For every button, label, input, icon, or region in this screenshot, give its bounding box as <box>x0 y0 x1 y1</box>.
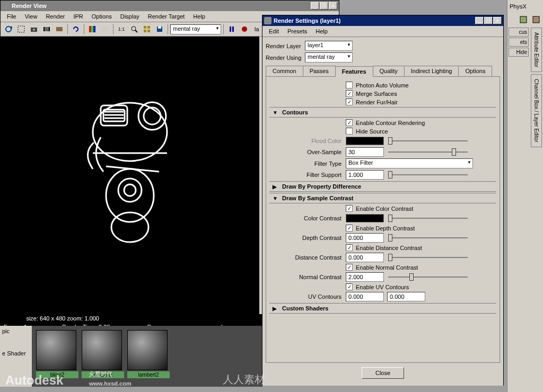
tab-features[interactable]: Features <box>335 66 373 77</box>
tab-quality[interactable]: Quality <box>373 66 405 76</box>
enable-contour-rendering-label: Enable Contour Rendering <box>356 120 425 126</box>
color-contrast-slider[interactable] <box>388 213 468 223</box>
flood-color-swatch[interactable] <box>346 137 384 145</box>
render-using-label: Render Using <box>266 55 305 61</box>
render-using-select[interactable]: mental ray <box>305 52 353 63</box>
enable-normal-contrast-checkbox[interactable]: ✓ <box>346 264 353 271</box>
enable-color-contrast-checkbox[interactable]: ✓ <box>346 205 353 212</box>
menu-render[interactable]: Render <box>41 12 69 21</box>
contours-section-header[interactable]: ▼Contours <box>269 107 496 118</box>
scale-11-icon[interactable]: 1:1 <box>116 23 127 35</box>
hide-btn[interactable]: Hide <box>509 48 529 57</box>
enable-distance-contrast-checkbox[interactable]: ✓ <box>346 244 353 251</box>
enable-distance-contrast-label: Enable Distance Contrast <box>356 245 422 251</box>
snapshot-icon[interactable] <box>28 23 40 35</box>
depth-contrast-label: Depth Contrast <box>273 235 346 241</box>
menu-ipr[interactable]: IPR <box>69 12 87 21</box>
menu-view[interactable]: View <box>21 12 42 21</box>
tab-indirect-lighting[interactable]: Indirect Lighting <box>404 66 459 76</box>
close-button[interactable]: × <box>493 17 502 24</box>
alpha-icon[interactable] <box>99 23 111 35</box>
filter-support-label: Filter Support <box>273 172 346 178</box>
pause-icon[interactable] <box>226 23 238 35</box>
uv-contours-input-1[interactable] <box>346 292 384 301</box>
save-icon[interactable] <box>154 23 165 35</box>
redo-render-icon[interactable] <box>3 23 14 35</box>
sphere-icon <box>82 330 122 370</box>
render-canvas[interactable] <box>1 37 259 314</box>
sample-contrast-section-header[interactable]: ▼Draw By Sample Contrast <box>269 193 496 203</box>
render-fur-hair-checkbox[interactable]: ✓ <box>346 99 353 105</box>
zoom-icon[interactable] <box>128 23 140 35</box>
hide-source-checkbox[interactable] <box>346 128 353 135</box>
over-sample-input[interactable] <box>346 147 384 157</box>
stop-icon[interactable] <box>239 23 250 35</box>
menu-presets[interactable]: Presets <box>283 27 311 35</box>
maximize-button[interactable]: □ <box>484 17 493 24</box>
color-contrast-swatch[interactable] <box>346 214 384 222</box>
minimize-button[interactable]: _ <box>311 2 319 10</box>
render-settings-window: Render Settings (layer1) _ □ × Edit Pres… <box>262 15 504 386</box>
features-panel: Photon Auto Volume ✓Merge Surfaces ✓Rend… <box>266 77 500 363</box>
svg-rect-18 <box>144 30 146 32</box>
render-layer-select[interactable]: layer1 <box>305 41 353 51</box>
sample-contrast-label: Draw By Sample Contrast <box>282 195 353 201</box>
cus-btn[interactable]: cus <box>509 28 529 37</box>
channel-box-tab[interactable]: Channel Box / Layer Editor <box>531 74 542 147</box>
material-lambert2[interactable]: lambert2 <box>127 330 170 382</box>
menu-help[interactable]: Help <box>311 27 332 35</box>
grid-icon[interactable] <box>141 23 153 35</box>
normal-contrast-label: Normal Contrast <box>273 274 346 280</box>
photon-auto-volume-checkbox[interactable] <box>346 82 353 88</box>
menu-file[interactable]: File <box>3 12 21 21</box>
render-view-titlebar[interactable]: Render View _ □ × <box>1 1 339 11</box>
enable-depth-contrast-checkbox[interactable]: ✓ <box>346 225 353 231</box>
custom-shaders-section-header[interactable]: ▶Custom Shaders <box>269 303 496 314</box>
tab-common[interactable]: Common <box>266 66 303 76</box>
filter-type-select[interactable]: Box Filter <box>346 158 473 168</box>
normal-contrast-slider[interactable] <box>388 272 468 282</box>
render-settings-titlebar[interactable]: Render Settings (layer1) _ □ × <box>262 15 503 26</box>
dock-icon-2[interactable] <box>530 14 542 25</box>
svg-rect-19 <box>147 30 150 32</box>
close-button[interactable]: × <box>329 2 337 10</box>
uv-contours-input-2[interactable] <box>387 292 425 301</box>
uv-contours-label: UV Contours <box>273 293 346 300</box>
render-settings-title: Render Settings (layer1) <box>274 17 475 24</box>
maximize-button[interactable]: □ <box>320 2 328 10</box>
tab-passes[interactable]: Passes <box>303 66 336 76</box>
menu-display[interactable]: Display <box>116 12 144 21</box>
enable-contour-rendering-checkbox[interactable]: ✓ <box>346 119 353 126</box>
minimize-button[interactable]: _ <box>475 17 484 24</box>
renderer-select[interactable]: mental ray <box>170 24 221 34</box>
menu-help[interactable]: Help <box>189 12 209 21</box>
filter-type-label: Filter Type <box>273 161 346 167</box>
menu-render-target[interactable]: Render Target <box>144 12 189 21</box>
ets-btn[interactable]: ets <box>509 38 529 47</box>
filter-support-slider[interactable] <box>388 170 468 180</box>
distance-contrast-input[interactable] <box>346 253 384 262</box>
filter-support-input[interactable] <box>346 170 384 180</box>
rgb-icon[interactable] <box>86 23 98 35</box>
enable-uv-contours-label: Enable UV Contours <box>356 284 409 290</box>
attribute-editor-tab[interactable]: Attribute Editor <box>531 28 542 72</box>
menu-edit[interactable]: Edit <box>265 27 283 35</box>
tab-options[interactable]: Options <box>458 66 492 76</box>
render-region-icon[interactable] <box>15 23 27 35</box>
property-diff-section-header[interactable]: ▶Draw By Property Difference <box>269 181 496 192</box>
close-button[interactable]: Close <box>362 367 404 379</box>
flood-color-slider[interactable] <box>388 136 468 146</box>
over-sample-slider[interactable] <box>388 147 468 157</box>
refresh-icon[interactable] <box>70 23 82 35</box>
enable-normal-contrast-label: Enable Normal Contrast <box>356 264 418 271</box>
distance-contrast-slider[interactable] <box>388 253 468 262</box>
menu-options[interactable]: Options <box>87 12 116 21</box>
depth-contrast-slider[interactable] <box>388 233 468 243</box>
depth-contrast-input[interactable] <box>346 233 384 243</box>
enable-uv-contours-checkbox[interactable]: ✓ <box>346 283 353 290</box>
ipr-icon[interactable] <box>54 23 65 35</box>
render-seq-icon[interactable] <box>41 23 52 35</box>
dock-icon-1[interactable] <box>518 14 529 25</box>
merge-surfaces-checkbox[interactable]: ✓ <box>346 90 353 97</box>
normal-contrast-input[interactable] <box>346 272 384 282</box>
